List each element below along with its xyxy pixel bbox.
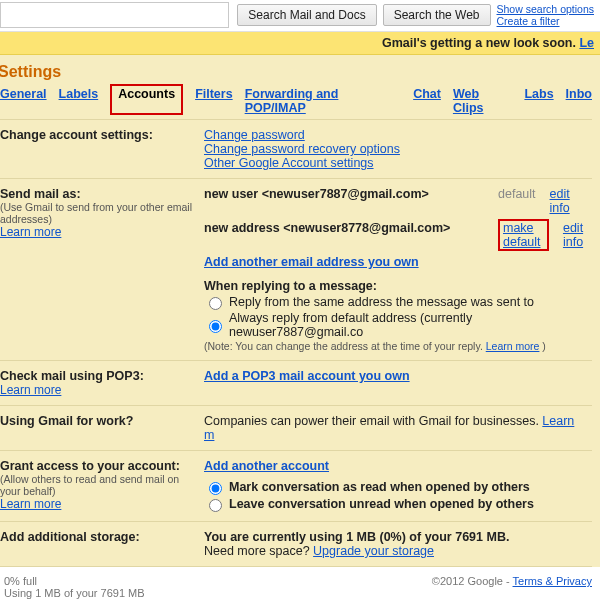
pop3-learn-more[interactable]: Learn more bbox=[0, 383, 61, 397]
create-filter-link[interactable]: Create a filter bbox=[497, 15, 560, 27]
show-search-options-link[interactable]: Show search options bbox=[497, 3, 594, 15]
row-send-mail-as: Send mail as: (Use Gmail to send from yo… bbox=[0, 179, 592, 361]
send-as-addr2-edit[interactable]: edit info bbox=[563, 221, 588, 249]
send-as-addr1-status: default bbox=[498, 187, 536, 201]
reply-opt2-label: Always reply from default address (curre… bbox=[229, 311, 588, 339]
grant-option-leave-unread[interactable]: Leave conversation unread when opened by… bbox=[204, 496, 588, 512]
tab-labs[interactable]: Labs bbox=[524, 87, 553, 115]
send-as-learn-more[interactable]: Learn more bbox=[0, 225, 61, 239]
row-change-account: Change account settings: Change password… bbox=[0, 120, 592, 179]
footer-pct: 0% full bbox=[4, 575, 37, 587]
add-pop3-account-link[interactable]: Add a POP3 mail account you own bbox=[204, 369, 410, 383]
send-as-address-1: new user <newuser7887@gmail.com> default… bbox=[204, 187, 588, 215]
settings-tabs: General Labels Accounts Filters Forwardi… bbox=[0, 87, 592, 120]
upgrade-storage-link[interactable]: Upgrade your storage bbox=[313, 544, 434, 558]
tab-general[interactable]: General bbox=[0, 87, 47, 115]
send-as-addr1-text: new user <newuser7887@gmail.com> bbox=[204, 187, 484, 201]
change-account-label: Change account settings: bbox=[0, 120, 204, 179]
grant-sublabel: (Allow others to read and send mail on y… bbox=[0, 473, 200, 497]
send-as-addr1-edit[interactable]: edit info bbox=[550, 187, 588, 215]
tab-labels[interactable]: Labels bbox=[59, 87, 99, 115]
storage-need-more: Need more space? bbox=[204, 544, 313, 558]
tab-chat[interactable]: Chat bbox=[413, 87, 441, 115]
footer-usage: Using 1 MB of your 7691 MB bbox=[4, 587, 145, 599]
change-password-link[interactable]: Change password bbox=[204, 128, 305, 142]
send-as-addr2-make-default[interactable]: make default bbox=[498, 219, 549, 251]
add-another-email-link[interactable]: Add another email address you own bbox=[204, 255, 419, 269]
footer-legal: ©2012 Google - Terms & Privacy bbox=[432, 575, 592, 599]
settings-title: Settings bbox=[0, 61, 592, 87]
top-search-links: Show search options Create a filter bbox=[497, 3, 594, 27]
settings-table: Change account settings: Change password… bbox=[0, 120, 592, 567]
row-grant-access: Grant access to your account: (Allow oth… bbox=[0, 451, 592, 522]
reply-note: (Note: You can change the address at the… bbox=[204, 340, 588, 352]
send-as-label: Send mail as: bbox=[0, 187, 81, 201]
footer-terms-link[interactable]: Terms & Privacy bbox=[513, 575, 592, 587]
footer-storage: 0% full Using 1 MB of your 7691 MB bbox=[4, 575, 145, 599]
work-label: Using Gmail for work? bbox=[0, 406, 204, 451]
search-web-button[interactable]: Search the Web bbox=[383, 4, 491, 26]
reply-note-prefix: (Note: You can change the address at the… bbox=[204, 340, 486, 352]
reply-opt1-label: Reply from the same address the message … bbox=[229, 295, 534, 309]
reply-radio-same[interactable] bbox=[209, 297, 222, 310]
tab-filters[interactable]: Filters bbox=[195, 87, 233, 115]
reply-option-default-address[interactable]: Always reply from default address (curre… bbox=[204, 311, 588, 339]
reply-heading: When replying to a message: bbox=[204, 279, 588, 293]
reply-note-suffix: ) bbox=[542, 340, 546, 352]
banner-text: Gmail's getting a new look soon. bbox=[382, 36, 579, 50]
reply-option-same-address[interactable]: Reply from the same address the message … bbox=[204, 294, 588, 310]
tab-forwarding[interactable]: Forwarding and POP/IMAP bbox=[245, 87, 402, 115]
tab-accounts[interactable]: Accounts bbox=[110, 84, 183, 115]
reply-note-learn-more[interactable]: Learn more bbox=[486, 340, 540, 352]
grant-radio-leave-unread[interactable] bbox=[209, 499, 222, 512]
pop3-label: Check mail using POP3: bbox=[0, 369, 144, 383]
storage-usage-text: You are currently using 1 MB (0%) of you… bbox=[204, 530, 509, 544]
new-look-banner: Gmail's getting a new look soon. Le bbox=[0, 32, 600, 55]
grant-opt2-label: Leave conversation unread when opened by… bbox=[229, 497, 534, 511]
add-another-account-link[interactable]: Add another account bbox=[204, 459, 329, 473]
settings-panel: Settings General Labels Accounts Filters… bbox=[0, 55, 600, 567]
grant-opt1-label: Mark conversation as read when opened by… bbox=[229, 480, 530, 494]
send-as-sublabel: (Use Gmail to send from your other email… bbox=[0, 201, 200, 225]
grant-learn-more[interactable]: Learn more bbox=[0, 497, 61, 511]
page-footer: 0% full Using 1 MB of your 7691 MB ©2012… bbox=[0, 567, 600, 600]
work-text: Companies can power their email with Gma… bbox=[204, 414, 542, 428]
send-as-address-2: new address <newuser8778@gmail.com> make… bbox=[204, 219, 588, 251]
change-recovery-link[interactable]: Change password recovery options bbox=[204, 142, 400, 156]
footer-copyright: ©2012 Google - bbox=[432, 575, 513, 587]
send-as-addr2-text: new address <newuser8778@gmail.com> bbox=[204, 221, 484, 235]
banner-learn-link[interactable]: Le bbox=[579, 36, 594, 50]
search-input[interactable] bbox=[0, 2, 229, 28]
other-google-settings-link[interactable]: Other Google Account settings bbox=[204, 156, 374, 170]
storage-label: Add additional storage: bbox=[0, 522, 204, 567]
top-bar: Search Mail and Docs Search the Web Show… bbox=[0, 0, 600, 32]
grant-option-mark-read[interactable]: Mark conversation as read when opened by… bbox=[204, 479, 588, 495]
grant-radio-mark-read[interactable] bbox=[209, 482, 222, 495]
search-mail-docs-button[interactable]: Search Mail and Docs bbox=[237, 4, 376, 26]
tab-webclips[interactable]: Web Clips bbox=[453, 87, 513, 115]
row-pop3: Check mail using POP3: Learn more Add a … bbox=[0, 361, 592, 406]
row-gmail-work: Using Gmail for work? Companies can powe… bbox=[0, 406, 592, 451]
reply-radio-default[interactable] bbox=[209, 320, 222, 333]
tab-inbox[interactable]: Inbo bbox=[566, 87, 592, 115]
row-storage: Add additional storage: You are currentl… bbox=[0, 522, 592, 567]
grant-label: Grant access to your account: bbox=[0, 459, 180, 473]
